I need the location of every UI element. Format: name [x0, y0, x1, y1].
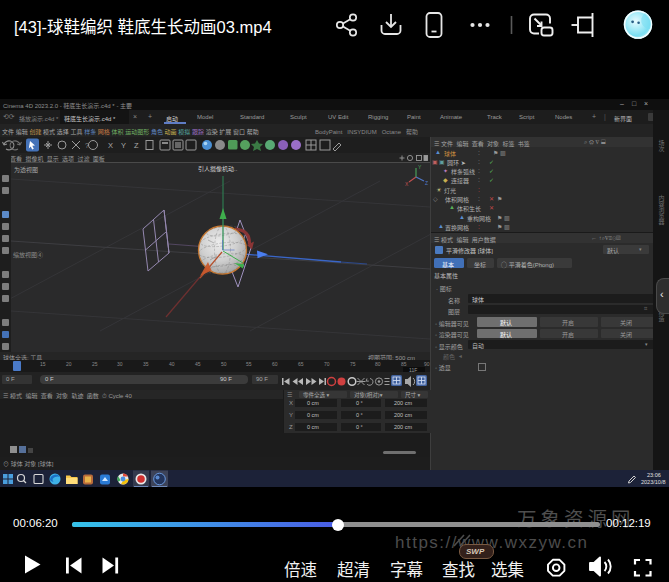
svg-text:Z: Z	[425, 180, 428, 186]
svg-text:X: X	[108, 141, 113, 150]
svg-text:?: ?	[85, 142, 89, 149]
svg-text:Y: Y	[418, 164, 422, 170]
svg-text:X: X	[405, 181, 409, 187]
svg-text:Z: Z	[134, 141, 139, 150]
svg-text:Y: Y	[121, 141, 126, 150]
